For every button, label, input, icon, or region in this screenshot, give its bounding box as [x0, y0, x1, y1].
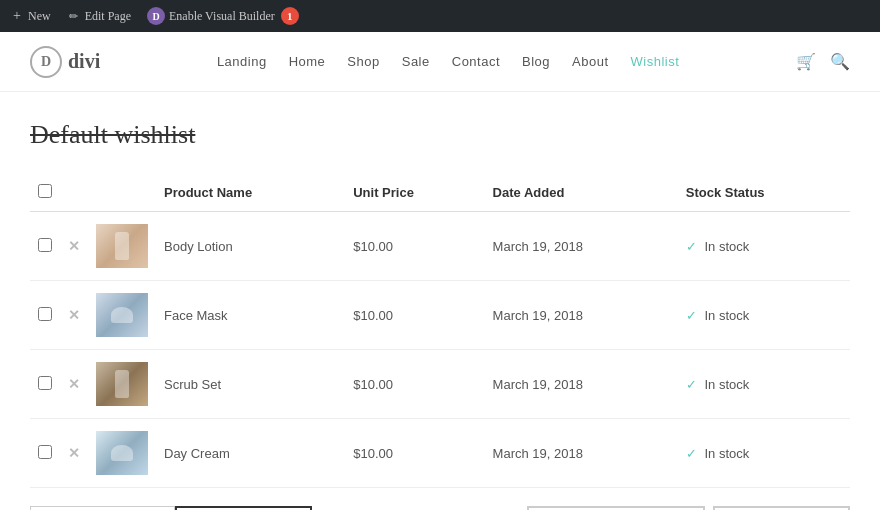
nav-item-about[interactable]: About [572, 54, 608, 69]
unit-price-cell-0: $10.00 [345, 212, 484, 281]
nav-item-home[interactable]: Home [289, 54, 326, 69]
remove-icon-3[interactable]: ✕ [68, 445, 80, 461]
date-added-header: Date Added [485, 174, 678, 212]
row-checkbox-3[interactable] [38, 445, 52, 459]
nav-bar: D divi Landing Home Shop Sale Contact Bl… [0, 32, 880, 92]
cart-icon[interactable]: 🛒 [796, 52, 816, 71]
row-checkbox-cell-1 [30, 281, 60, 350]
date-added-cell-0: March 19, 2018 [485, 212, 678, 281]
product-thumbnail-1 [96, 293, 148, 337]
product-name-cell-0: Body Lotion [156, 212, 345, 281]
unit-price-cell-1: $10.00 [345, 281, 484, 350]
row-checkbox-cell-2 [30, 350, 60, 419]
stock-status-label-1: In stock [704, 308, 749, 323]
search-icon[interactable]: 🔍 [830, 52, 850, 71]
row-checkbox-1[interactable] [38, 307, 52, 321]
table-row: ✕ Face Mask $10.00 March 19, 2018 ✓ In s… [30, 281, 850, 350]
cart-actions: Add Selected to Cart Add All to Cart [527, 506, 850, 510]
date-added-cell-3: March 19, 2018 [485, 419, 678, 488]
add-selected-button[interactable]: Add Selected to Cart [527, 506, 704, 510]
date-added-cell-1: March 19, 2018 [485, 281, 678, 350]
remove-header [60, 174, 88, 212]
add-all-button[interactable]: Add All to Cart [713, 506, 851, 510]
stock-check-icon-2: ✓ [686, 377, 697, 392]
nav-item-blog[interactable]: Blog [522, 54, 550, 69]
admin-bar: + New ✏ Edit Page D Enable Visual Builde… [0, 0, 880, 32]
apply-action-button[interactable]: Apply Action [175, 506, 312, 510]
product-thumbnail-3 [96, 431, 148, 475]
product-thumbnail-0 [96, 224, 148, 268]
product-name-cell-2: Scrub Set [156, 350, 345, 419]
product-thumbnail-2 [96, 362, 148, 406]
remove-cell-2[interactable]: ✕ [60, 350, 88, 419]
row-checkbox-cell-0 [30, 212, 60, 281]
enable-builder-item[interactable]: D Enable Visual Builder 1 [147, 7, 299, 25]
row-checkbox-cell-3 [30, 419, 60, 488]
select-all-header [30, 174, 60, 212]
image-header [88, 174, 156, 212]
remove-icon-0[interactable]: ✕ [68, 238, 80, 254]
logo-circle: D [30, 46, 62, 78]
product-name-cell-3: Day Cream [156, 419, 345, 488]
stock-status-header: Stock Status [678, 174, 850, 212]
unit-price-header: Unit Price [345, 174, 484, 212]
unit-price-cell-3: $10.00 [345, 419, 484, 488]
nav-item-wishlist[interactable]: Wishlist [631, 54, 680, 69]
table-row: ✕ Body Lotion $10.00 March 19, 2018 ✓ In… [30, 212, 850, 281]
nav-item-contact[interactable]: Contact [452, 54, 500, 69]
row-checkbox-0[interactable] [38, 238, 52, 252]
page-content: Default wishlist Product Name Unit Price… [0, 92, 880, 510]
nav-item-shop[interactable]: Shop [347, 54, 379, 69]
stock-status-label-3: In stock [704, 446, 749, 461]
product-image-cell-3 [88, 419, 156, 488]
nav-links: Landing Home Shop Sale Contact Blog Abou… [217, 54, 679, 69]
date-added-cell-2: March 19, 2018 [485, 350, 678, 419]
stock-status-cell-2: ✓ In stock [678, 350, 850, 419]
row-checkbox-2[interactable] [38, 376, 52, 390]
remove-cell-3[interactable]: ✕ [60, 419, 88, 488]
stock-status-cell-0: ✓ In stock [678, 212, 850, 281]
plus-icon: + [10, 9, 24, 23]
product-image-cell-2 [88, 350, 156, 419]
notification-badge: 1 [281, 7, 299, 25]
actions-dropdown[interactable]: Actions [30, 506, 175, 510]
product-image-cell-0 [88, 212, 156, 281]
site-logo[interactable]: D divi [30, 46, 100, 78]
product-image-cell-1 [88, 281, 156, 350]
stock-check-icon-3: ✓ [686, 446, 697, 461]
pencil-icon: ✏ [67, 9, 81, 23]
stock-check-icon-1: ✓ [686, 308, 697, 323]
nav-item-sale[interactable]: Sale [402, 54, 430, 69]
table-row: ✕ Scrub Set $10.00 March 19, 2018 ✓ In s… [30, 350, 850, 419]
nav-right: 🛒 🔍 [796, 52, 850, 71]
stock-status-cell-1: ✓ In stock [678, 281, 850, 350]
divi-logo-icon: D [147, 7, 165, 25]
table-row: ✕ Day Cream $10.00 March 19, 2018 ✓ In s… [30, 419, 850, 488]
stock-status-label-2: In stock [704, 377, 749, 392]
edit-page-item[interactable]: ✏ Edit Page [67, 9, 131, 24]
product-name-header: Product Name [156, 174, 345, 212]
remove-icon-2[interactable]: ✕ [68, 376, 80, 392]
remove-icon-1[interactable]: ✕ [68, 307, 80, 323]
stock-status-cell-3: ✓ In stock [678, 419, 850, 488]
new-item[interactable]: + New [10, 9, 51, 24]
product-name-cell-1: Face Mask [156, 281, 345, 350]
stock-status-label-0: In stock [704, 239, 749, 254]
remove-cell-0[interactable]: ✕ [60, 212, 88, 281]
wishlist-actions: Actions Apply Action Add Selected to Car… [30, 506, 850, 510]
stock-check-icon-0: ✓ [686, 239, 697, 254]
remove-cell-1[interactable]: ✕ [60, 281, 88, 350]
wishlist-table: Product Name Unit Price Date Added Stock… [30, 174, 850, 488]
page-title: Default wishlist [30, 120, 850, 150]
nav-item-landing[interactable]: Landing [217, 54, 267, 69]
unit-price-cell-2: $10.00 [345, 350, 484, 419]
select-all-checkbox[interactable] [38, 184, 52, 198]
